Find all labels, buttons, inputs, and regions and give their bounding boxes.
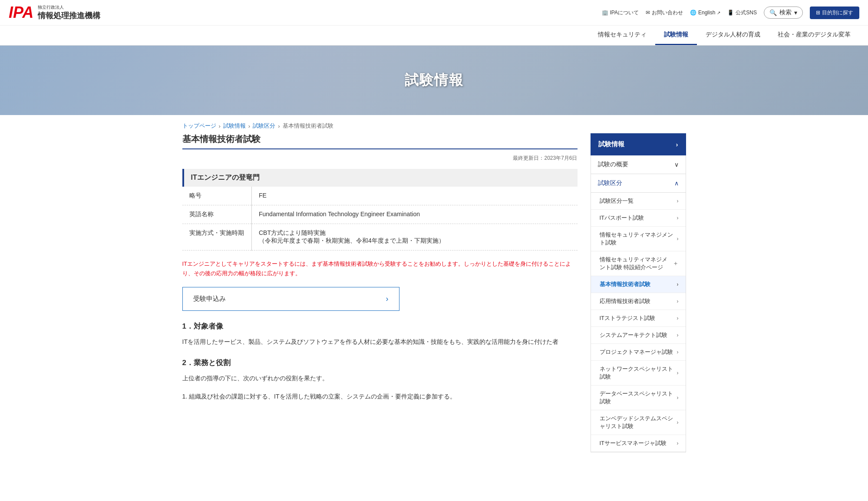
arrow-icon: › [677, 419, 679, 425]
nav-item-security[interactable]: 情報セキュリティ [589, 26, 655, 45]
table-value-english: Fundamental Information Technology Engin… [252, 205, 578, 224]
sidebar-item-architect[interactable]: システムアーキテクト試験 › [591, 327, 686, 344]
sidebar-item-network-label: ネットワークスペシャリスト試験 [600, 365, 677, 381]
chevron-right-icon: › [676, 141, 678, 148]
arrow-icon: › [677, 298, 679, 304]
nav-item-exam[interactable]: 試験情報 [655, 26, 697, 45]
sidebar-item-it-service[interactable]: ITサービスマネージャ試験 › [591, 435, 686, 452]
section1-title: 1．対象者像 [182, 321, 578, 331]
sidebar-item-strategist[interactable]: ITストラテジスト試験 › [591, 310, 686, 327]
sidebar-section-overview: 試験の概要 ∨ 試験区分 ∧ 試験区分一覧 › ITパスポート試験 › 情報 [591, 155, 686, 452]
table-label-english: 英語名称 [182, 205, 252, 224]
arrow-icon: › [677, 281, 679, 287]
sidebar-section-category-header[interactable]: 試験区分 ∧ [591, 174, 686, 193]
apply-button[interactable]: 受験申込み › [182, 287, 399, 311]
chevron-down-icon: ∨ [674, 161, 679, 168]
arrow-icon: › [677, 315, 679, 321]
sidebar-item-architect-label: システムアーキテクト試験 [600, 331, 667, 339]
breadcrumb: トップページ › 試験情報 › 試験区分 › 基本情報技術者試験 [182, 115, 686, 133]
info-table: 略号 FE 英語名称 Fundamental Information Techn… [182, 187, 578, 250]
section-heading: ITエンジニアの登竜門 [182, 169, 578, 187]
sidebar-item-security-special[interactable]: 情報セキュリティマネジメント試験 特設紹介ページ ＋ [591, 251, 686, 276]
apply-button-label: 受験申込み [193, 295, 226, 303]
building-icon: 🏢 [602, 10, 608, 16]
breadcrumb-sep-3: › [278, 123, 280, 129]
logo-area: IPA 独立行政法人 情報処理推進機構 [9, 3, 100, 22]
sidebar-item-security-label: 情報セキュリティマネジメント試験 [600, 231, 677, 247]
header-top: IPA 独立行政法人 情報処理推進機構 🏢 IPAについて ✉ お問い合わせ 🌐… [0, 0, 868, 25]
sidebar-item-it-service-label: ITサービスマネージャ試験 [600, 439, 667, 447]
breadcrumb-home[interactable]: トップページ [182, 122, 216, 130]
sidebar-item-embedded[interactable]: エンベデッドシステムスペシャリスト試験 › [591, 410, 686, 435]
hero-banner: 試験情報 [0, 46, 868, 115]
arrow-icon: › [677, 349, 679, 355]
content-wrapper: 基本情報技術者試験 最終更新日：2023年7月6日 ITエンジニアの登竜門 略号… [182, 133, 686, 470]
arrow-icon: › [677, 440, 679, 446]
sidebar: 試験情報 › 試験の概要 ∨ 試験区分 ∧ 試験区分一覧 › ITパス [591, 133, 686, 452]
hero-title: 試験情報 [405, 71, 464, 90]
sidebar-item-pm[interactable]: プロジェクトマネージャ試験 › [591, 344, 686, 361]
target-button[interactable]: ⊞ 目的別に探す [810, 7, 859, 19]
mail-icon: ✉ [646, 10, 650, 16]
nav-item-digital[interactable]: デジタル人材の育成 [697, 26, 769, 45]
main-nav: 情報セキュリティ 試験情報 デジタル人材の育成 社会・産業のデジタル変革 [0, 25, 868, 45]
sidebar-item-network[interactable]: ネットワークスペシャリスト試験 › [591, 361, 686, 386]
breadcrumb-exam[interactable]: 試験情報 [223, 122, 246, 130]
arrow-icon: › [677, 332, 679, 338]
arrow-icon: › [677, 236, 679, 242]
header: IPA 独立行政法人 情報処理推進機構 🏢 IPAについて ✉ お問い合わせ 🌐… [0, 0, 868, 46]
chevron-down-icon: ▾ [794, 9, 797, 16]
globe-icon: 🌐 [690, 10, 696, 16]
sidebar-item-security[interactable]: 情報セキュリティマネジメント試験 › [591, 227, 686, 251]
logo-text-block: 独立行政法人 情報処理推進機構 [38, 4, 100, 21]
page-title: 基本情報技術者試験 [182, 133, 578, 149]
table-label-abbr: 略号 [182, 187, 252, 205]
table-row-english: 英語名称 Fundamental Information Technology … [182, 205, 578, 224]
apply-btn-wrapper: 受験申込み › [182, 287, 578, 311]
arrow-icon: › [677, 370, 679, 376]
sidebar-section-overview-header[interactable]: 試験の概要 ∨ [591, 155, 686, 174]
sidebar-item-db[interactable]: データベーススペシャリスト試験 › [591, 386, 686, 410]
arrow-icon: › [677, 198, 679, 204]
sidebar-item-it-passport-label: ITパスポート試験 [600, 214, 644, 222]
sidebar-header-label: 試験情報 [598, 140, 624, 148]
sidebar-item-list-label: 試験区分一覧 [600, 197, 634, 205]
sidebar-item-applied[interactable]: 応用情報技術者試験 › [591, 293, 686, 310]
arrow-icon: › [677, 215, 679, 221]
sns-link[interactable]: 📱 公式SNS [727, 9, 757, 16]
table-value-method: CBT方式により随時実施 （令和元年度まで春期・秋期実施、令和4年度まで上期・下… [252, 224, 578, 250]
sidebar-item-embedded-label: エンベデッドシステムスペシャリスト試験 [600, 415, 677, 430]
sidebar-item-pm-label: プロジェクトマネージャ試験 [600, 348, 673, 356]
nav-item-social[interactable]: 社会・産業のデジタル変革 [769, 26, 859, 45]
breadcrumb-sep-2: › [248, 123, 250, 129]
sidebar-item-it-passport[interactable]: ITパスポート試験 › [591, 210, 686, 227]
ipa-about-link[interactable]: 🏢 IPAについて [602, 9, 639, 16]
table-value-abbr: FE [252, 187, 578, 205]
sidebar-header[interactable]: 試験情報 › [591, 133, 686, 155]
sidebar-section-overview-label: 試験の概要 [598, 161, 628, 168]
section2-list: 1. 組織及び社会の課題に対する、ITを活用した戦略の立案、システムの企画・要件… [182, 391, 578, 402]
logo-ipa[interactable]: IPA [9, 3, 33, 22]
breadcrumb-category[interactable]: 試験区分 [253, 122, 275, 130]
last-updated: 最終更新日：2023年7月6日 [182, 153, 578, 162]
sidebar-item-basic-fe-label: 基本情報技術者試験 [600, 280, 650, 288]
external-icon: ↗ [717, 10, 720, 15]
contact-link[interactable]: ✉ お問い合わせ [646, 9, 683, 16]
section1-body: ITを活用したサービス、製品、システム及びソフトウェアを作る人材に必要な基本的知… [182, 336, 578, 347]
sidebar-item-security-special-label: 情報セキュリティマネジメント試験 特設紹介ページ [600, 256, 673, 271]
main-content: 基本情報技術者試験 最終更新日：2023年7月6日 ITエンジニアの登竜門 略号… [182, 133, 578, 452]
sidebar-item-strategist-label: ITストラテジスト試験 [600, 314, 656, 322]
english-link[interactable]: 🌐 English ↗ [690, 10, 720, 16]
sidebar-item-basic-fe[interactable]: 基本情報技術者試験 › [591, 276, 686, 293]
recommendation-text: ITエンジニアとしてキャリアをスタートするには、まず基本情報技術者試験から受験す… [182, 259, 578, 278]
logo-main: 情報処理推進機構 [38, 11, 100, 20]
arrow-right-icon: › [386, 294, 389, 303]
sidebar-item-db-label: データベーススペシャリスト試験 [600, 390, 677, 405]
sidebar-item-list[interactable]: 試験区分一覧 › [591, 193, 686, 210]
main-container: トップページ › 試験情報 › 試験区分 › 基本情報技術者試験 基本情報技術者… [174, 115, 695, 470]
share-icon: 📱 [727, 10, 734, 16]
search-icon: 🔍 [769, 9, 777, 16]
section2-title: 2．業務と役割 [182, 358, 578, 368]
search-box[interactable]: 🔍 検索 ▾ [764, 7, 803, 19]
section2-body: 上位者の指導の下に、次のいずれかの役割を果たす。 [182, 373, 578, 384]
